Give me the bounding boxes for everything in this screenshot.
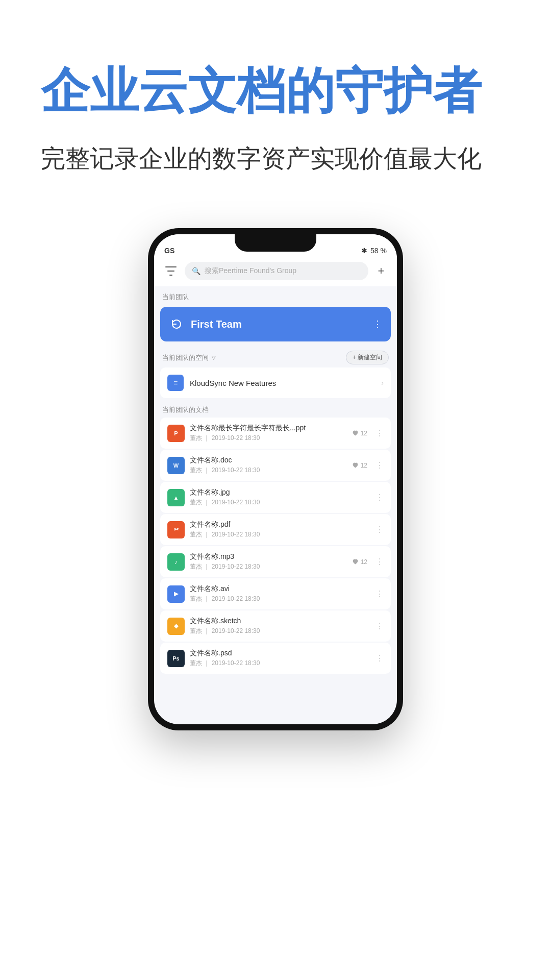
file-info: 文件名称.mp3 董杰 ｜ 2019-10-22 18:30 [190,552,347,571]
battery-level: 58 % [370,247,387,255]
file-info: 文件名称.psd 董杰 ｜ 2019-10-22 18:30 [190,649,367,668]
search-placeholder: 搜索Peertime Found's Group [205,266,296,276]
file-meta: 董杰 ｜ 2019-10-22 18:30 [190,498,367,507]
spaces-list: ≡ KloudSync New Features › [154,368,397,398]
filter-icon[interactable] [162,262,180,280]
space-chevron-icon: › [381,379,384,387]
file-more-icon[interactable]: ⋮ [372,653,384,663]
file-info: 文件名称.jpg 董杰 ｜ 2019-10-22 18:30 [190,488,367,507]
spaces-label: 当前团队的空间 [162,353,209,362]
search-box[interactable]: 🔍 搜索Peertime Found's Group [185,262,368,280]
phone-screen: GS ✱ 58 % 🔍 搜索Peertime Found's Group + [154,234,397,724]
file-more-icon[interactable]: ⋮ [372,589,384,599]
file-info: 文件名称最长字符最长字符最长...ppt 董杰 ｜ 2019-10-22 18:… [190,424,347,443]
hero-section: 企业云文档的守护者 完整记录企业的数字资产实现价值最大化 [0,0,551,198]
file-type-icon: ▲ [167,489,185,506]
file-info: 文件名称.sketch 董杰 ｜ 2019-10-22 18:30 [190,617,367,635]
file-name: 文件名称.doc [190,456,347,465]
file-type-icon: ♪ [167,553,185,571]
file-meta: 董杰 ｜ 2019-10-22 18:30 [190,434,347,443]
file-name: 文件名称.avi [190,584,367,594]
spaces-header: 当前团队的空间 ▽ + 新建空间 [154,346,397,368]
hero-subtitle: 完整记录企业的数字资产实现价值最大化 [41,140,510,177]
file-item[interactable]: ✂ 文件名称.pdf 董杰 ｜ 2019-10-22 18:30 ⋮ [160,514,391,545]
file-type-icon: Ps [167,650,185,667]
file-type-icon: P [167,425,185,442]
file-name: 文件名称.jpg [190,488,367,497]
file-item[interactable]: ▶ 文件名称.avi 董杰 ｜ 2019-10-22 18:30 ⋮ [160,578,391,609]
file-name: 文件名称.psd [190,649,367,658]
spaces-label-group: 当前团队的空间 ▽ [162,353,216,362]
file-item[interactable]: W 文件名称.doc 董杰 ｜ 2019-10-22 18:30 12 ⋮ [160,450,391,481]
file-more-icon[interactable]: ⋮ [372,557,384,567]
team-more-icon[interactable]: ⋮ [373,318,383,330]
file-more-icon[interactable]: ⋮ [372,493,384,502]
team-refresh-icon [168,316,185,332]
file-meta: 董杰 ｜ 2019-10-22 18:30 [190,562,347,571]
file-name: 文件名称.mp3 [190,552,347,561]
space-icon: ≡ [167,375,184,391]
file-more-icon[interactable]: ⋮ [372,460,384,470]
file-more-icon[interactable]: ⋮ [372,621,384,631]
team-name: First Team [191,318,367,330]
add-button[interactable]: + [373,263,389,279]
file-likes: 12 [352,462,367,469]
space-name: KloudSync New Features [190,379,375,387]
file-item[interactable]: P 文件名称最长字符最长字符最长...ppt 董杰 ｜ 2019-10-22 1… [160,418,391,449]
phone-wrapper: GS ✱ 58 % 🔍 搜索Peertime Found's Group + [0,228,551,761]
carrier-text: GS [164,247,174,255]
file-info: 文件名称.pdf 董杰 ｜ 2019-10-22 18:30 [190,520,367,539]
file-more-icon[interactable]: ⋮ [372,525,384,534]
team-card[interactable]: First Team ⋮ [160,307,391,341]
file-item[interactable]: ♪ 文件名称.mp3 董杰 ｜ 2019-10-22 18:30 12 ⋮ [160,546,391,577]
file-info: 文件名称.avi 董杰 ｜ 2019-10-22 18:30 [190,584,367,603]
space-item[interactable]: ≡ KloudSync New Features › [160,368,391,398]
file-meta: 董杰 ｜ 2019-10-22 18:30 [190,595,367,603]
files-list: P 文件名称最长字符最长字符最长...ppt 董杰 ｜ 2019-10-22 1… [154,418,397,674]
file-type-icon: ◆ [167,618,185,635]
file-meta: 董杰 ｜ 2019-10-22 18:30 [190,627,367,635]
file-name: 文件名称最长字符最长字符最长...ppt [190,424,347,433]
file-more-icon[interactable]: ⋮ [372,428,384,438]
battery-text: ✱ 58 % [361,247,387,255]
file-item[interactable]: Ps 文件名称.psd 董杰 ｜ 2019-10-22 18:30 ⋮ [160,643,391,674]
new-space-button[interactable]: + 新建空间 [346,351,389,364]
file-type-icon: ✂ [167,521,185,538]
file-name: 文件名称.sketch [190,617,367,626]
bluetooth-icon: ✱ [361,247,367,255]
file-info: 文件名称.doc 董杰 ｜ 2019-10-22 18:30 [190,456,347,475]
file-likes: 12 [352,558,367,566]
spaces-filter-icon[interactable]: ▽ [212,355,216,360]
file-meta: 董杰 ｜ 2019-10-22 18:30 [190,659,367,668]
hero-title: 企业云文档的守护者 [41,61,510,120]
file-meta: 董杰 ｜ 2019-10-22 18:30 [190,466,347,475]
file-type-icon: W [167,457,185,474]
file-meta: 董杰 ｜ 2019-10-22 18:30 [190,530,367,539]
search-icon: 🔍 [192,267,201,275]
file-item[interactable]: ◆ 文件名称.sketch 董杰 ｜ 2019-10-22 18:30 ⋮ [160,610,391,642]
file-type-icon: ▶ [167,585,185,603]
phone-notch [235,234,316,252]
file-name: 文件名称.pdf [190,520,367,529]
phone-mockup: GS ✱ 58 % 🔍 搜索Peertime Found's Group + [148,228,403,730]
search-area: 🔍 搜索Peertime Found's Group + [154,257,397,286]
docs-label: 当前团队的文档 [154,399,397,418]
file-likes: 12 [352,430,367,437]
file-item[interactable]: ▲ 文件名称.jpg 董杰 ｜ 2019-10-22 18:30 ⋮ [160,482,391,513]
current-team-label: 当前团队 [154,286,397,305]
